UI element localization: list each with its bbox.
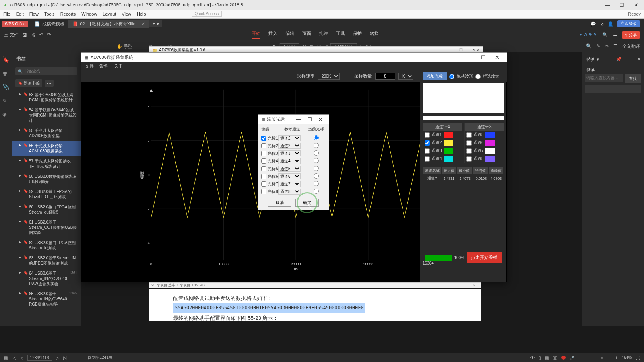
file-menu[interactable]: 三 文件 (4, 32, 19, 38)
bookmark-item[interactable]: ▸🔖59 USB2.0基于FPGA的SlaveFIFO 回环测试 (12, 187, 80, 202)
pin-icon[interactable]: 📌 (616, 57, 622, 62)
replace-tab[interactable]: 替换 (585, 66, 641, 74)
page-indicator-bottom[interactable]: 1234/1416 (27, 355, 52, 361)
cursor-channel-select[interactable]: 通道2 (278, 143, 301, 149)
next-icon[interactable]: ▷ (56, 356, 59, 360)
grid-icon[interactable]: ▦ (4, 356, 8, 360)
vivado-menu-layout[interactable]: Layout (103, 12, 116, 16)
wps-menu-start[interactable]: 开始 (252, 31, 260, 39)
ad-title-bar[interactable]: ▦ AD7606数据采集系统 — ☐ ✕ (81, 53, 507, 62)
channel-toggle[interactable]: 通道4 (423, 155, 462, 163)
vivado-menu-view[interactable]: View (122, 12, 131, 16)
wps-menu-tools[interactable]: 工具 (336, 31, 345, 39)
cloud-icon[interactable]: ☁ (613, 32, 617, 37)
wps-logo[interactable]: WPS Office (2, 21, 28, 27)
cursor-enable-checkbox[interactable] (261, 136, 266, 141)
message-icon[interactable]: 💬 (590, 21, 596, 27)
bookmark-item[interactable]: ▸🔖60 USB2.0接口FPGA控制Stream_out测试 (12, 202, 80, 217)
current-cursor-radio[interactable] (314, 150, 319, 156)
current-cursor-radio[interactable] (314, 181, 319, 186)
vivado-menu-help[interactable]: Help (137, 12, 146, 16)
redo-icon[interactable]: ↷ (47, 32, 51, 37)
vivado-close-button[interactable]: ✕ (632, 2, 641, 8)
save-icon[interactable]: 🖫 (23, 33, 27, 37)
vivado-maximize-button[interactable]: ☐ (617, 2, 627, 8)
layers-icon[interactable]: ◈ (2, 111, 10, 118)
zoom-in-icon[interactable]: + (615, 356, 618, 360)
cursor-channel-select[interactable]: 通道7 (278, 181, 301, 187)
cursor-channel-select[interactable]: 通道6 (278, 173, 301, 179)
channel-toggle[interactable]: 通道2 (423, 139, 462, 147)
vivado-menu-file[interactable]: File (3, 12, 10, 16)
cancel-button[interactable]: 取消 (268, 199, 291, 207)
sample-unit-select[interactable]: K (398, 73, 413, 80)
wps-menu-convert[interactable]: 转换 (370, 31, 379, 39)
fe-minimize-icon[interactable]: — (442, 47, 454, 52)
channel-toggle[interactable]: 通道5 (465, 131, 504, 139)
bookmark-item[interactable]: ▸🔖56 千兆以太网传输ACM1030数据采集 (12, 141, 80, 156)
bookmark-item[interactable]: ▸🔖63 USB2.0基于Stream_IN的JPEG图像传输测试 (12, 253, 80, 268)
edit-icon[interactable]: ✎ (597, 43, 600, 49)
cursor-enable-checkbox[interactable] (261, 151, 266, 156)
ad-close-button[interactable]: ✕ (491, 54, 504, 60)
fullscreen-icon[interactable]: ⛶ (636, 356, 640, 360)
bookmark-item[interactable]: ▸🔖62 USB2.0接口FPGA控制Stream_In测试 (12, 238, 80, 253)
wps-tab-template[interactable]: 📄 找稿壳模板 (31, 20, 68, 28)
replace-input[interactable] (585, 85, 641, 93)
find-icon[interactable]: 🔍 (586, 43, 592, 49)
cursor-channel-select[interactable]: 通道2 (278, 135, 301, 141)
cursor-enable-checkbox[interactable] (261, 143, 266, 148)
back-link[interactable]: 回到第1241页 (88, 355, 113, 360)
bookmark-search-input[interactable]: 🔍 书签查找 (15, 67, 77, 75)
bookmark-item[interactable]: ▸🔖54 基于双目OV5640的以太网RGMII图像传输系统设计 (12, 105, 80, 125)
thumbnail-icon[interactable]: ▦ (2, 70, 10, 77)
search-icon[interactable]: 🔍 (602, 32, 608, 37)
channel-toggle[interactable]: 通道1 (423, 131, 462, 139)
fe-close-icon[interactable]: ✕ (468, 47, 479, 52)
current-cursor-radio[interactable] (314, 166, 319, 171)
add-cursor-button[interactable]: 添加光标 (423, 72, 447, 80)
edit-icon[interactable]: ✎ (2, 97, 10, 105)
dialog-title-bar[interactable]: ▦ 添加光标 — ☐ ✕ (258, 115, 329, 124)
wps-menu-edit[interactable]: 编辑 (285, 31, 294, 39)
vivado-menu-reports[interactable]: Reports (60, 12, 76, 16)
login-button[interactable]: 立即登录 (617, 20, 640, 27)
hand-tool-button[interactable]: ✋ 手型 (117, 43, 132, 49)
ad-menu-file[interactable]: 文件 (85, 63, 94, 69)
wps-menu-protect[interactable]: 保护 (353, 31, 362, 39)
replace-dropdown[interactable]: 替换 ▾ (585, 56, 601, 63)
find-input[interactable] (585, 74, 623, 82)
cursor-channel-select[interactable]: 通道5 (278, 166, 301, 172)
current-cursor-radio[interactable] (314, 135, 319, 140)
cursor-enable-checkbox[interactable] (261, 174, 266, 179)
cursor-enable-checkbox[interactable] (261, 181, 266, 187)
print-icon[interactable]: 🖨 (31, 33, 35, 37)
cursor-enable-checkbox[interactable] (261, 166, 266, 171)
dialog-close-button[interactable]: ✕ (315, 117, 326, 122)
cursor-channel-select[interactable]: 通道4 (278, 158, 301, 164)
confirm-button[interactable]: 确定 ↖ (295, 199, 319, 207)
dialog-maximize-button[interactable]: ☐ (304, 117, 315, 122)
continuous-icon[interactable]: ▦ (545, 356, 549, 360)
zoom-out-icon[interactable]: − (578, 356, 581, 360)
current-cursor-radio[interactable] (314, 173, 319, 179)
start-sampling-button[interactable]: 点击开始采样 (467, 252, 502, 263)
wps-add-tab-button[interactable]: + ▾ (149, 20, 162, 27)
wps-tab-document[interactable]: 📕 02_【教材文档】小梅哥Xilin... ✕ (68, 20, 149, 28)
vivado-quick-access[interactable]: Quick Access (192, 11, 222, 17)
nav-icon[interactable]: ☰ (613, 43, 617, 49)
sample-count-input[interactable] (375, 73, 395, 80)
undo-icon[interactable]: ↶ (39, 32, 43, 37)
sample-rate-select[interactable]: 200K (318, 73, 340, 80)
wps-ai-button[interactable]: ✦ WPS AI (579, 33, 597, 37)
vivado-menu-tools[interactable]: Tools (44, 12, 55, 16)
cursor-enable-checkbox[interactable] (261, 158, 266, 164)
ad-maximize-button[interactable]: ☐ (477, 54, 490, 60)
wps-menu-insert[interactable]: 插入 (268, 31, 277, 39)
ad-menu-device[interactable]: 设备 (99, 63, 108, 69)
prev-icon[interactable]: ◁ (20, 356, 23, 360)
mic-icon[interactable]: 🎤 (570, 356, 574, 360)
share-button[interactable]: ⎋ 分享 (622, 31, 640, 39)
add-bookmark-button[interactable]: 🔖 添加书签 (15, 79, 42, 87)
cursor-enable-checkbox[interactable] (261, 189, 266, 194)
